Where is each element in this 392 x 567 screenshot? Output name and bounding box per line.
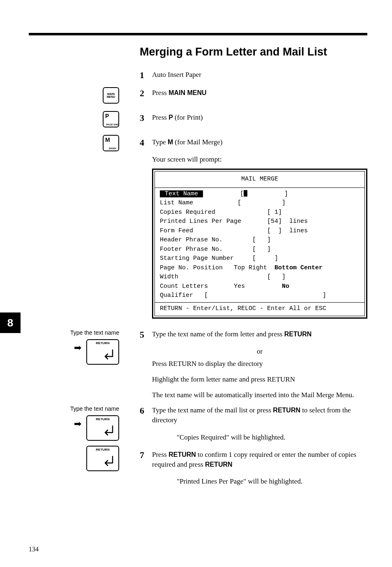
step-text: Press P (for Print) [152, 113, 367, 123]
step-num: 4 [140, 137, 152, 148]
screen-title: MAIL MERGE [160, 175, 360, 184]
step-3: 3 Press P (for Print) [140, 113, 367, 123]
step-4: 4 Type M (for Mail Merge) [140, 137, 367, 148]
step-text: Press RETURN to confirm 1 copy required … [152, 450, 367, 470]
key-p: P PAGE END [103, 111, 119, 127]
step-5: 5 Type the text name of the form letter … [140, 329, 367, 340]
return-arrow-icon [101, 349, 115, 361]
screen-row: Copies Required [ 1] [160, 208, 360, 218]
step-6: 6 Type the text name of the mail list or… [140, 405, 367, 425]
screen-row: Form Feed [ ] lines [160, 227, 360, 236]
key-p-label: P [105, 113, 109, 119]
terminal-screen: MAIL MERGE Text Name [█ ] List Name [ ] … [152, 169, 367, 319]
return-arrow-icon [101, 425, 115, 437]
key-m: M MARK [103, 135, 119, 151]
step-1: 1 Auto Insert Paper [140, 70, 367, 81]
return-arrow-icon [101, 456, 115, 468]
or-divider: or [152, 347, 367, 356]
screen-row: List Name [ ] [160, 199, 360, 208]
step-7: 7 Press RETURN to confirm 1 copy require… [140, 450, 367, 470]
step-text: Press MAIN MENU [152, 88, 367, 98]
step-num: 3 [140, 113, 152, 123]
margin-label: Type the text name [29, 405, 119, 412]
screen-row: Starting Page Number [ ] [160, 254, 360, 264]
key-return: RETURN [86, 415, 119, 441]
step-6-highlight: "Copies Required" will be highlighted. [177, 433, 363, 442]
key-return-label: RETURN [87, 417, 118, 421]
screen-row: Width [ ] [160, 273, 360, 282]
screen-row: Page No. Position Top Right Bottom Cente… [160, 264, 360, 273]
step-text: Type the text name of the mail list or p… [152, 405, 367, 425]
key-return-label: RETURN [87, 341, 118, 345]
step-2: 2 Press MAIN MENU [140, 88, 367, 99]
screen-footer: RETURN - Enter/List, RELOC - Enter All o… [160, 304, 360, 314]
prompt-text: Your screen will prompt: [152, 155, 367, 164]
step-5-line4: The text name will be automatically inse… [152, 390, 367, 400]
margin-label: Type the text name [29, 329, 119, 336]
step-text: Auto Insert Paper [152, 70, 367, 80]
arrow-right-icon: ➡ [74, 419, 81, 429]
key-m-sub: MARK [105, 147, 120, 150]
step-text: Type M (for Mail Merge) [152, 137, 367, 147]
key-return-label: RETURN [87, 448, 118, 451]
screen-row: Text Name [█ ] [160, 190, 360, 199]
key-p-sub: PAGE END [105, 123, 120, 126]
key-return: RETURN [86, 339, 119, 365]
step-num: 1 [140, 70, 152, 81]
page-number: 134 [29, 546, 39, 553]
screen-row: Footer Phrase No. [ ] [160, 245, 360, 255]
key-m-label: M [105, 137, 110, 143]
step-5-line2: Press RETURN to display the directory [152, 359, 367, 369]
chapter-tab: 8 [0, 312, 21, 333]
step-5-line3: Highlight the form letter name and press… [152, 375, 367, 384]
screen-row: Qualifier [ ] [160, 291, 360, 301]
header-rule [29, 33, 367, 35]
screen-row: Count Letters Yes No [160, 282, 360, 292]
key-main-menu: MAIN MENU [103, 87, 119, 104]
step-num: 2 [140, 88, 152, 99]
screen-row: Printed Lines Per Page [54] lines [160, 217, 360, 227]
page-title: Merging a Form Letter and Mail List [140, 46, 367, 58]
screen-row: Header Phrase No. [ ] [160, 236, 360, 245]
arrow-right-icon: ➡ [74, 343, 81, 353]
step-7-highlight: "Printed Lines Per Page" will be highlig… [177, 477, 363, 486]
step-text: Type the text name of the form letter an… [152, 329, 367, 339]
step-num: 5 [140, 329, 152, 340]
key-return: RETURN [86, 446, 119, 471]
step-num: 6 [140, 405, 152, 416]
step-num: 7 [140, 450, 152, 461]
